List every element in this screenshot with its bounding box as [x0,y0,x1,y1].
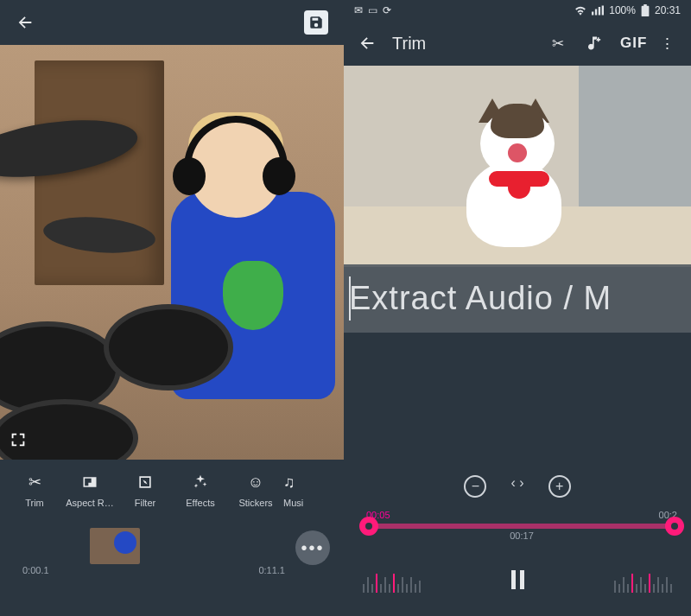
tool-label: Musi [283,498,309,508]
arrow-left-icon [16,13,35,32]
overflow-menu-button[interactable]: ⋮ [656,35,677,53]
ruler-left[interactable] [363,568,421,593]
scissors-icon: ✂ [552,35,564,52]
tool-bar: ✂ Trim Aspect R… Filter Effects ☺ Sticke… [0,460,344,511]
pause-icon [511,570,516,589]
youtube-icon: ▭ [368,4,377,16]
trim-top-bar: Trim ✂ GIF ⋮ [344,21,691,66]
plus-icon: + [555,479,563,494]
tool-label: Filter [117,498,173,508]
trim-handle-start[interactable] [359,517,378,536]
pause-button[interactable] [507,570,528,591]
gif-button[interactable]: GIF [620,35,641,52]
tool-music[interactable]: ♫ Musi [283,472,309,508]
clock-time: 20:31 [655,4,681,16]
trim-screen: ✉ ▭ ⟳ 100% 20:31 Tri [344,0,691,616]
music-note-icon: ♫ [283,472,309,492]
status-bar: ✉ ▭ ⟳ 100% 20:31 [344,0,691,21]
wifi-icon [574,5,586,16]
scissors-icon: ✂ [7,472,62,492]
add-music-button[interactable] [584,35,605,52]
slider-track[interactable] [365,524,679,529]
zoom-out-button[interactable]: − [464,475,486,498]
zoom-in-button[interactable]: + [548,475,571,498]
kebab-icon: ⋮ [660,35,675,52]
trim-preview[interactable] [344,66,691,267]
music-plus-icon [584,35,605,52]
ellipsis-icon: ••• [301,538,324,558]
preview-drum-pad [104,304,233,391]
tool-trim[interactable]: ✂ Trim [7,472,62,508]
smiley-icon: ☺ [228,472,283,492]
timeline-start-time: 0:00.1 [22,565,49,575]
save-icon [308,15,324,30]
tool-label: Stickers [228,498,283,508]
editor-screen: ✂ Trim Aspect R… Filter Effects ☺ Sticke… [0,0,344,616]
tool-effects[interactable]: Effects [173,472,228,508]
back-button[interactable] [358,34,377,53]
fit-button[interactable]: ‹ › [510,475,523,498]
playhead-time: 00:17 [510,530,534,541]
cut-button[interactable]: ✂ [548,35,568,53]
arrow-left-icon [358,34,377,53]
mail-icon: ✉ [354,4,363,16]
battery-icon [641,4,650,16]
timeline-strip[interactable]: 0:00.1 0:11.1 ••• [0,511,344,581]
timeline-end-time: 0:11.1 [258,565,285,575]
clip-thumbnail[interactable] [90,528,140,564]
battery-percent: 100% [609,4,636,16]
tool-filter[interactable]: Filter [117,472,173,508]
save-button[interactable] [304,10,328,35]
aspect-ratio-icon [62,472,117,492]
back-button[interactable] [16,13,35,32]
tool-label: Aspect R… [62,498,117,508]
tool-stickers[interactable]: ☺ Stickers [228,472,283,508]
code-icon: ‹ › [510,475,523,490]
tool-aspect-ratio[interactable]: Aspect R… [62,472,117,508]
playback-controls [344,568,691,593]
page-title: Trim [392,34,532,54]
fullscreen-button[interactable] [9,430,29,451]
ruler-right[interactable] [614,568,672,593]
sync-icon: ⟳ [383,4,391,16]
preview-cat [447,100,577,247]
trim-handle-end[interactable] [665,517,684,536]
zoom-controls: − ‹ › + [344,475,691,498]
filter-icon [117,472,173,492]
video-preview[interactable] [0,45,344,460]
overlay-caption: Extract Audio / M [344,264,691,333]
tool-label: Trim [7,498,62,508]
sparkle-icon [173,472,228,492]
signal-icon [592,5,604,16]
more-button[interactable]: ••• [295,530,330,565]
expand-icon [9,430,28,449]
tool-label: Effects [173,498,228,508]
minus-icon: − [472,479,479,494]
editor-top-bar [0,0,344,45]
trim-slider[interactable]: 00:05 00:2 00:17 [365,510,679,529]
